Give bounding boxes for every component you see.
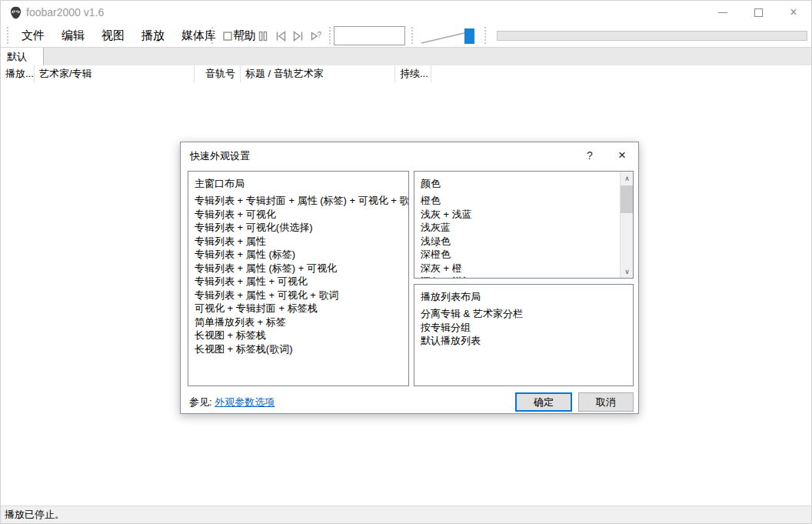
color-option[interactable]: 浅绿色 <box>414 235 620 249</box>
colors-header: 颜色 <box>414 176 620 190</box>
close-icon: × <box>790 6 797 18</box>
volume-handle <box>464 28 474 44</box>
previous-button[interactable] <box>271 27 289 45</box>
layout-option[interactable]: 专辑列表 + 属性 <box>188 235 408 249</box>
toolbar-gripper[interactable] <box>211 27 214 44</box>
playlist-layout-header: 播放列表布局 <box>414 289 633 303</box>
play-icon <box>238 29 252 43</box>
maximize-button[interactable] <box>740 1 776 24</box>
status-text: 播放已停止。 <box>5 508 65 522</box>
title-bar: foobar2000 v1.6 × <box>1 1 811 24</box>
random-icon: ? <box>309 29 323 43</box>
layout-option[interactable]: 专辑列表 + 属性 + 可视化 <box>188 275 408 289</box>
pause-button[interactable] <box>254 27 271 45</box>
scroll-down-icon[interactable]: ∨ <box>621 265 634 278</box>
svg-text:?: ? <box>317 31 321 39</box>
playlist-tab-strip: 默认 <box>1 47 811 65</box>
toolbar: 文件编辑视图播放媒体库帮助 ? <box>1 24 811 47</box>
column-header-artist-album[interactable]: 艺术家/专辑 <box>35 65 195 82</box>
playlist-layout-option[interactable]: 分离专辑 & 艺术家分栏 <box>414 307 633 321</box>
stop-button[interactable] <box>218 27 236 45</box>
column-header-duration[interactable]: 持续... <box>395 65 431 82</box>
layout-option[interactable]: 长视图 + 标签栈 <box>188 329 408 342</box>
color-option[interactable]: 浅灰 + 浅蓝 <box>414 208 620 222</box>
scrollbar-thumb[interactable] <box>621 185 634 213</box>
main-layout-items: 专辑列表 + 专辑封面 + 属性 (标签) + 可视化 + 歌词专辑列表 + 可… <box>188 194 408 355</box>
toolbar-gripper[interactable] <box>411 27 414 44</box>
column-header-playing[interactable]: 播放... <box>1 65 35 82</box>
playlist-layout-option[interactable]: 按专辑分组 <box>414 321 633 335</box>
toolbar-gripper[interactable] <box>484 27 487 44</box>
menu-item[interactable]: 视图 <box>93 24 133 47</box>
next-button[interactable] <box>289 27 307 45</box>
color-option[interactable]: 橙色 <box>414 194 620 208</box>
main-layout-listbox[interactable]: 主窗口布局 专辑列表 + 专辑封面 + 属性 (标签) + 可视化 + 歌词专辑… <box>188 171 409 386</box>
layout-option[interactable]: 专辑列表 + 专辑封面 + 属性 (标签) + 可视化 + 歌词 <box>188 194 408 208</box>
layout-option[interactable]: 可视化 + 专辑封面 + 标签栈 <box>188 302 408 315</box>
color-option[interactable]: 深橙色 <box>414 248 620 262</box>
quick-appearance-dialog: 快速外观设置 ? × 主窗口布局 专辑列表 + 专辑封面 + 属性 (标签) +… <box>180 142 639 414</box>
colors-scrollbar[interactable]: ∧ ∨ <box>620 172 633 278</box>
stop-icon <box>221 29 235 43</box>
volume-slider[interactable] <box>420 25 480 45</box>
dialog-close-button[interactable]: × <box>611 147 633 164</box>
window-controls: × <box>705 1 811 24</box>
minimize-icon <box>718 12 727 13</box>
dialog-title: 快速外观设置 <box>190 149 250 163</box>
maximize-icon <box>754 8 763 17</box>
menu-item[interactable]: 编辑 <box>53 24 93 47</box>
layout-option[interactable]: 专辑列表 + 属性 (标签) <box>188 248 408 262</box>
layout-option[interactable]: 专辑列表 + 属性 + 可视化 + 歌词 <box>188 289 408 302</box>
playlist-layout-option[interactable]: 默认播放列表 <box>414 334 633 348</box>
close-icon: × <box>618 148 626 163</box>
layout-option[interactable]: 专辑列表 + 属性 (标签) + 可视化 <box>188 262 408 275</box>
layout-option[interactable]: 专辑列表 + 可视化 <box>188 208 408 222</box>
close-button[interactable]: × <box>776 1 811 24</box>
layout-option[interactable]: 长视图 + 标签栈(歌词) <box>188 342 408 356</box>
colors-items: 橙色浅灰 + 浅蓝浅灰蓝浅绿色深橙色深灰 + 橙深灰 + 洋红 <box>414 194 620 279</box>
pause-icon <box>256 29 270 43</box>
menu-item[interactable]: 播放 <box>133 24 173 47</box>
search-input[interactable] <box>334 26 405 45</box>
toolbar-gripper[interactable] <box>329 27 331 44</box>
layout-option[interactable]: 专辑列表 + 可视化(供选择) <box>188 221 408 235</box>
seekbar[interactable] <box>497 31 807 41</box>
toolbar-gripper[interactable] <box>7 27 9 44</box>
see-also-label: 参见: <box>189 396 212 408</box>
playlist-layout-items: 分离专辑 & 艺术家分栏按专辑分组默认播放列表 <box>414 307 633 348</box>
color-option[interactable]: 深灰 + 橙 <box>414 262 620 275</box>
dialog-help-button[interactable]: ? <box>581 147 599 164</box>
main-window: foobar2000 v1.6 × 文件编辑视图播放媒体库帮助 <box>0 0 812 524</box>
minimize-button[interactable] <box>705 1 740 24</box>
menu-item[interactable]: 文件 <box>13 24 53 47</box>
playlist-layout-listbox[interactable]: 播放列表布局 分离专辑 & 艺术家分栏按专辑分组默认播放列表 <box>414 284 634 386</box>
colors-listbox[interactable]: 颜色 橙色浅灰 + 浅蓝浅灰蓝浅绿色深橙色深灰 + 橙深灰 + 洋红 ∧ ∨ <box>414 171 634 279</box>
main-layout-header: 主窗口布局 <box>188 176 408 190</box>
foobar2000-logo-icon <box>9 6 22 19</box>
color-option[interactable]: 深灰 + 洋红 <box>414 275 620 279</box>
column-header-title-artist[interactable]: 标题 / 音轨艺术家 <box>241 65 395 82</box>
next-icon <box>291 29 305 43</box>
cancel-button[interactable]: 取消 <box>578 392 634 412</box>
layout-option[interactable]: 简单播放列表 + 标签 <box>188 315 408 329</box>
status-bar: 播放已停止。 <box>1 506 811 523</box>
column-header-track-no[interactable]: 音轨号 <box>195 65 241 82</box>
playlist-column-headers: 播放... 艺术家/专辑 音轨号 标题 / 音轨艺术家 持续... <box>1 65 811 82</box>
previous-icon <box>274 29 288 43</box>
play-button[interactable] <box>236 27 254 45</box>
color-option[interactable]: 浅灰蓝 <box>414 221 620 235</box>
playback-buttons: ? <box>218 27 324 45</box>
random-button[interactable]: ? <box>307 27 324 45</box>
playlist-tab-default[interactable]: 默认 <box>1 48 44 66</box>
window-title: foobar2000 v1.6 <box>26 6 104 18</box>
colors-items-wrap: 颜色 橙色浅灰 + 浅蓝浅灰蓝浅绿色深橙色深灰 + 橙深灰 + 洋红 <box>414 176 633 279</box>
scroll-up-icon[interactable]: ∧ <box>621 172 634 185</box>
appearance-preferences-link[interactable]: 外观参数选项 <box>215 396 275 408</box>
menu-item[interactable]: 媒体库 <box>173 24 225 47</box>
ok-button[interactable]: 确定 <box>515 392 572 412</box>
see-also: 参见: 外观参数选项 <box>189 396 275 409</box>
